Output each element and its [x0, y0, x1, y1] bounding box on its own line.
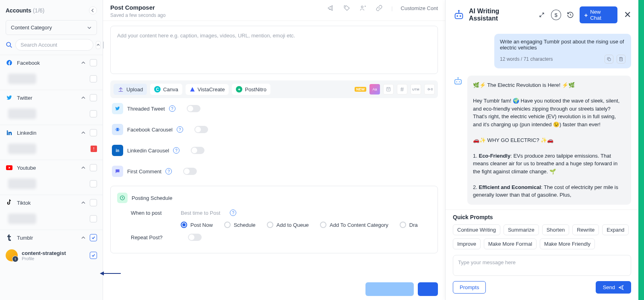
network-toggle-tiktok[interactable]: Tiktok — [0, 195, 103, 210]
chat-input[interactable] — [453, 255, 631, 276]
send-button[interactable]: Send — [596, 281, 631, 294]
schedule-icon — [117, 193, 128, 203]
search-account-input[interactable] — [15, 39, 93, 51]
chip-expand[interactable]: Expand — [602, 224, 629, 235]
quick-prompts-section: Quick Prompts Continue Writing Summarize… — [446, 210, 638, 251]
copy-icon[interactable] — [605, 55, 613, 64]
account-row[interactable] — [0, 70, 103, 90]
radio-draft[interactable]: Dra — [400, 222, 418, 228]
hashtag-icon[interactable] — [397, 84, 407, 95]
radio-post-now[interactable]: Post Now — [181, 222, 213, 228]
radio-add-to-queue[interactable]: Add to Queue — [267, 222, 309, 228]
expand-icon[interactable] — [537, 10, 547, 20]
history-icon[interactable] — [565, 10, 575, 20]
network-group-youtube: Youtube — [0, 160, 103, 195]
vistacreate-icon — [190, 86, 195, 92]
account-checkbox[interactable] — [90, 110, 97, 117]
close-assistant-button[interactable]: ✕ — [624, 10, 631, 20]
help-icon[interactable]: ? — [169, 105, 175, 112]
infinity-icon[interactable] — [424, 84, 435, 95]
help-icon[interactable]: ? — [177, 126, 183, 133]
sort-toggle-button[interactable] — [96, 41, 101, 49]
account-row[interactable] — [0, 105, 103, 125]
chip-make-formal[interactable]: Make More Formal — [484, 238, 537, 249]
utm-icon[interactable]: UTM — [411, 84, 421, 95]
tumblr-account-checkbox[interactable] — [90, 252, 97, 259]
chip-improve[interactable]: Improve — [453, 238, 481, 249]
content-category-select[interactable]: Content Category — [6, 20, 97, 35]
megaphone-icon[interactable] — [327, 4, 335, 12]
network-toggle-tumblr[interactable]: Tumblr — [0, 230, 103, 245]
chip-shorten[interactable]: Shorten — [542, 224, 570, 235]
canva-button[interactable]: C Canva — [150, 84, 182, 95]
network-toggle-twitter[interactable]: Twitter — [0, 90, 103, 105]
tag-icon[interactable] — [343, 4, 351, 12]
comment-small-icon — [112, 166, 123, 177]
sidebar-title: Accounts (1/6) — [6, 7, 44, 14]
network-toggle-facebook[interactable]: Facebook — [0, 55, 103, 70]
save-draft-icon[interactable] — [383, 84, 394, 95]
repeat-post-toggle[interactable] — [188, 234, 202, 241]
secondary-action-button[interactable] — [365, 282, 414, 296]
linkedin-carousel-row: in Linkedin Carousel ? — [110, 140, 438, 161]
vistacreate-button[interactable]: VistaCreate — [186, 84, 229, 95]
customize-content-link[interactable]: Customize Cont — [401, 5, 438, 11]
linkedin-carousel-toggle[interactable] — [191, 147, 204, 154]
account-checkbox[interactable] — [90, 75, 97, 82]
radio-add-to-category[interactable]: Add To Content Category — [320, 222, 388, 228]
canva-icon: C — [154, 86, 161, 92]
facebook-carousel-toggle[interactable] — [194, 126, 208, 133]
account-row[interactable] — [0, 210, 103, 230]
aa-style-icon[interactable]: Aa — [369, 84, 380, 95]
network-checkbox[interactable] — [90, 234, 97, 241]
posting-schedule-section: Posting Schedule When to post Best time … — [110, 186, 438, 253]
first-comment-toggle[interactable] — [183, 168, 197, 175]
radio-schedule[interactable]: Schedule — [224, 222, 256, 228]
tumblr-icon — [6, 234, 13, 241]
threaded-tweet-toggle[interactable] — [187, 105, 200, 112]
people-icon[interactable] — [359, 4, 367, 12]
network-checkbox[interactable] — [90, 59, 97, 66]
content-placeholder: Add your content here e.g. caption, imag… — [117, 33, 295, 39]
link-icon[interactable] — [375, 4, 383, 12]
network-checkbox[interactable] — [90, 164, 97, 171]
chip-rewrite[interactable]: Rewrite — [572, 224, 599, 235]
user-message-meta: 12 words / 71 characters — [500, 56, 553, 62]
sidebar-collapse-button[interactable] — [89, 6, 97, 14]
network-checkbox[interactable] — [90, 199, 97, 206]
post-content-input[interactable]: Add your content here e.g. caption, imag… — [110, 26, 438, 74]
save-icon[interactable] — [617, 55, 625, 64]
help-icon[interactable]: ? — [230, 210, 236, 216]
help-icon[interactable]: ? — [165, 168, 172, 175]
first-comment-row: First Comment ? — [110, 161, 438, 182]
chip-continue-writing[interactable]: Continue Writing — [453, 224, 500, 235]
twitter-small-icon — [112, 103, 123, 114]
ai-avatar-icon — [453, 76, 463, 86]
tumblr-account-row[interactable]: content-strategist Profile — [0, 245, 103, 265]
upload-button[interactable]: Upload — [114, 84, 147, 95]
account-row[interactable]: ! — [0, 140, 103, 160]
network-checkbox[interactable] — [90, 129, 97, 136]
primary-action-button[interactable] — [418, 282, 438, 296]
postnitro-icon: ✦ — [236, 86, 242, 92]
search-icon — [6, 41, 13, 49]
help-icon[interactable]: ? — [173, 147, 180, 154]
network-toggle-youtube[interactable]: Youtube — [0, 160, 103, 175]
network-toggle-linkedin[interactable]: Linkedin — [0, 125, 103, 140]
account-row[interactable] — [0, 175, 103, 195]
new-chat-button[interactable]: + New Chat — [580, 6, 617, 23]
threaded-tweet-label: Threaded Tweet — [127, 106, 165, 112]
composer-footer — [103, 278, 445, 300]
network-checkbox[interactable] — [90, 94, 97, 101]
svg-point-13 — [460, 15, 461, 17]
account-checkbox[interactable] — [90, 215, 97, 222]
postnitro-button[interactable]: ✦ PostNitro — [232, 84, 270, 95]
prompts-button[interactable]: Prompts — [453, 281, 486, 294]
credits-icon[interactable]: $ — [551, 10, 561, 20]
account-checkbox[interactable] — [90, 180, 97, 187]
linkedin-icon — [6, 129, 13, 136]
account-avatar-blur — [8, 144, 36, 154]
chip-summarize[interactable]: Summarize — [504, 224, 539, 235]
chip-make-friendly[interactable]: Make More Friendly — [540, 238, 595, 249]
assistant-robot-icon — [453, 9, 465, 21]
